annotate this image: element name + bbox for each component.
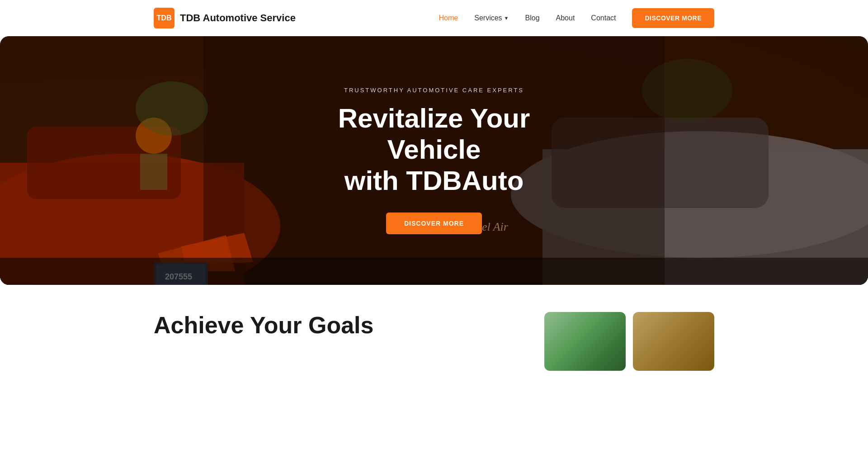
hero-section: 207555 Bel Air TRUSTWORTHY AUTOMOTIVE CA…: [0, 36, 868, 285]
nav-contact[interactable]: Contact: [591, 14, 616, 22]
brand-name: TDB Automotive Service: [180, 12, 296, 24]
nav-home[interactable]: Home: [439, 14, 458, 22]
hero-tagline: TRUSTWORTHY AUTOMOTIVE CARE EXPERTS: [344, 87, 524, 94]
logo-area[interactable]: TDB TDB Automotive Service: [154, 8, 296, 28]
hero-content: TRUSTWORTHY AUTOMOTIVE CARE EXPERTS Revi…: [0, 36, 868, 285]
below-hero-section: Achieve Your Goals: [0, 285, 868, 371]
chevron-down-icon: ▼: [504, 15, 509, 21]
hero-discover-button[interactable]: DISCOVER MORE: [386, 213, 482, 234]
nav-services[interactable]: Services: [474, 14, 502, 22]
logo-icon: TDB: [154, 8, 175, 28]
header-discover-button[interactable]: DISCOVER MORE: [632, 8, 714, 28]
below-image-1: [544, 312, 626, 371]
below-image-2: [633, 312, 714, 371]
hero-title-line2: with TDBAuto: [344, 165, 524, 196]
main-nav: Home Services ▼ Blog About Contact DISCO…: [439, 8, 714, 28]
nav-about[interactable]: About: [556, 14, 575, 22]
nav-services-wrapper[interactable]: Services ▼: [474, 14, 509, 22]
nav-blog[interactable]: Blog: [525, 14, 540, 22]
header: TDB TDB Automotive Service Home Services…: [0, 0, 868, 36]
hero-title: Revitalize Your Vehicle with TDBAuto: [298, 103, 570, 196]
below-hero-images: [544, 312, 714, 371]
hero-title-line1: Revitalize Your Vehicle: [338, 103, 530, 165]
below-hero-title: Achieve Your Goals: [154, 312, 517, 339]
